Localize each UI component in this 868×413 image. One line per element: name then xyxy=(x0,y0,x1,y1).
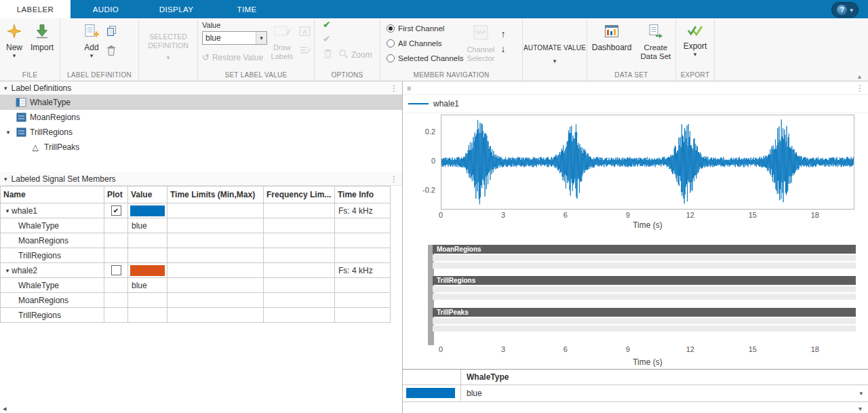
value-dropdown[interactable]: blue ▾ xyxy=(202,31,267,45)
next-member-button[interactable]: ↓ xyxy=(501,44,506,54)
members-column-header[interactable]: Name xyxy=(1,186,104,203)
label-value-row[interactable]: blue ▾ xyxy=(403,385,868,401)
member-row-TrillRegions[interactable]: TrillRegions xyxy=(1,308,391,323)
member-row-whale2[interactable]: ▾whale2Fs: 4 kHz xyxy=(1,263,391,278)
member-row-WhaleType[interactable]: WhaleTypeblue xyxy=(1,278,391,293)
label-track-header[interactable]: TrillRegions xyxy=(433,276,856,285)
member-plot-cell: ✔ xyxy=(104,203,128,218)
scroll-down-button[interactable]: ▾ xyxy=(859,405,862,412)
trash-icon xyxy=(106,49,117,58)
tree-expander-icon[interactable]: ▾ xyxy=(4,129,12,136)
label-track-TrillRegions[interactable]: TrillRegions xyxy=(433,276,856,300)
dashboard-button[interactable]: Dashboard xyxy=(589,20,635,52)
members-column-header[interactable]: Time Info xyxy=(335,186,391,203)
add-definition-button[interactable]: Add ▾ xyxy=(80,20,103,58)
label-option-bottom-button[interactable] xyxy=(299,45,311,58)
plot-area[interactable] xyxy=(441,115,854,210)
tab-display[interactable]: DISPLAY xyxy=(141,0,212,18)
new-button[interactable]: New ▾ xyxy=(3,20,26,58)
member-time-limits-cell xyxy=(167,248,264,263)
label-track-MoanRegions[interactable]: MoanRegions xyxy=(433,245,856,269)
delete-suggestion-button[interactable] xyxy=(323,48,333,61)
automate-value-gallery[interactable]: AUTOMATE VALUE ▾ xyxy=(520,20,589,64)
restore-value-button[interactable]: ↺ Restore Value xyxy=(202,52,268,62)
collapse-triangle-icon[interactable]: ▾ xyxy=(4,176,7,182)
member-color-swatch[interactable] xyxy=(130,265,165,276)
members-column-header[interactable]: Plot xyxy=(104,186,128,203)
channel-selector-line1: Channel xyxy=(467,45,495,54)
label-option-top-button[interactable]: A xyxy=(299,26,311,39)
zoom-button[interactable]: Zoom xyxy=(338,49,372,61)
member-time-info-cell xyxy=(335,278,391,293)
section-set-label-value: Value blue ▾ ↺ Restore Value Draw Labels xyxy=(198,18,315,81)
tab-labeler[interactable]: LABELER xyxy=(0,0,71,18)
tab-time[interactable]: TIME xyxy=(212,0,282,18)
previous-member-button[interactable]: ↑ xyxy=(501,29,506,39)
member-value-cell[interactable]: blue xyxy=(128,278,167,293)
member-row-MoanRegions[interactable]: MoanRegions xyxy=(1,233,391,248)
label-track-TrillPeaks[interactable]: TrillPeaks xyxy=(433,308,856,332)
member-row-whale1[interactable]: ▾whale1✔Fs: 4 kHz xyxy=(1,203,391,218)
selected-definition-dropdown[interactable]: SELECTED DEFINITION ▾ xyxy=(144,20,192,60)
create-data-set-button[interactable]: Create Data Set xyxy=(637,20,674,61)
import-button[interactable]: Import xyxy=(27,20,57,52)
member-value-cell[interactable] xyxy=(128,248,167,263)
member-row-WhaleType[interactable]: WhaleTypeblue xyxy=(1,218,391,233)
value-cell-caret-icon[interactable]: ▾ xyxy=(859,390,863,397)
member-color-swatch[interactable] xyxy=(130,205,165,216)
section-label-options: OPTIONS xyxy=(315,71,380,81)
value-dropdown-button[interactable]: ▾ xyxy=(256,32,267,44)
member-value-cell[interactable]: blue xyxy=(128,218,167,233)
draw-labels-button[interactable]: Draw Labels xyxy=(268,20,296,61)
member-value-cell[interactable] xyxy=(128,203,167,218)
duplicate-definition-button[interactable] xyxy=(106,25,117,39)
channel-selector-button[interactable]: Channel Selector xyxy=(464,24,498,63)
display-overflow-icon[interactable]: ⋮ xyxy=(856,83,864,93)
value-swatch-column-header xyxy=(403,370,461,385)
member-value-cell[interactable] xyxy=(128,293,167,308)
radio-first-channel[interactable]: First Channel xyxy=(387,24,464,33)
member-row-MoanRegions[interactable]: MoanRegions xyxy=(1,293,391,308)
members-column-header[interactable]: Time Limits (Min,Max) xyxy=(167,186,264,203)
member-value-cell[interactable] xyxy=(128,263,167,278)
members-menu-icon[interactable]: ⋮ xyxy=(390,174,398,184)
accept-button[interactable]: ✔ xyxy=(323,20,331,30)
collapse-triangle-icon[interactable]: ▾ xyxy=(4,85,7,92)
delete-definition-button[interactable] xyxy=(106,45,117,58)
tab-audio[interactable]: AUDIO xyxy=(71,0,141,18)
minimize-ribbon-button[interactable]: ▴ xyxy=(858,73,861,80)
label-definitions-menu-icon[interactable]: ⋮ xyxy=(390,83,398,93)
member-time-info-cell xyxy=(335,218,391,233)
draw-labels-icon xyxy=(273,23,291,41)
export-button[interactable]: Export ▾ xyxy=(680,20,711,57)
label-definition-item-WhaleType[interactable]: WhaleType xyxy=(0,95,402,110)
radio-selected-channels[interactable]: Selected Channels xyxy=(387,54,464,63)
plot-checkbox[interactable]: ✔ xyxy=(111,205,121,216)
radio-all-channels[interactable]: All Channels xyxy=(387,39,464,48)
members-column-header[interactable]: Frequency Lim... xyxy=(264,186,335,203)
x-tick-label: 12 xyxy=(686,345,694,353)
collapse-panel-button[interactable]: ◂ xyxy=(3,404,7,413)
display-menu-icon[interactable]: ≡ xyxy=(407,84,411,92)
section-options: ✔ ✔ Zoom OPTIONS xyxy=(315,18,380,81)
label-definition-item-TrillRegions[interactable]: ▾TrillRegions xyxy=(0,125,402,140)
accept-all-button[interactable]: ✔ xyxy=(323,34,331,44)
row-expander-icon[interactable]: ▾ xyxy=(3,208,12,214)
label-edit-option-icon xyxy=(299,48,311,58)
members-column-header[interactable]: Value xyxy=(128,186,167,203)
help-button[interactable]: ? ▾ xyxy=(831,2,859,18)
label-definition-name: WhaleType xyxy=(30,98,71,107)
label-track-header[interactable]: MoanRegions xyxy=(433,245,856,254)
member-row-TrillRegions[interactable]: TrillRegions xyxy=(1,248,391,263)
label-definition-item-MoanRegions[interactable]: MoanRegions xyxy=(0,110,402,125)
label-track-header[interactable]: TrillPeaks xyxy=(433,308,856,317)
plot-checkbox[interactable] xyxy=(111,265,121,275)
member-value-cell[interactable] xyxy=(128,308,167,323)
member-time-info-cell: Fs: 4 kHz xyxy=(335,263,391,278)
row-expander-icon[interactable]: ▾ xyxy=(3,267,12,274)
label-definition-item-TrillPeaks[interactable]: △TrillPeaks xyxy=(0,140,402,155)
member-frequency-limits-cell xyxy=(264,233,335,248)
label-definitions-header[interactable]: ▾ Label Definitions ⋮ xyxy=(0,81,402,95)
member-value-cell[interactable] xyxy=(128,233,167,248)
members-header[interactable]: ▾ Labeled Signal Set Members ⋮ xyxy=(0,172,402,186)
